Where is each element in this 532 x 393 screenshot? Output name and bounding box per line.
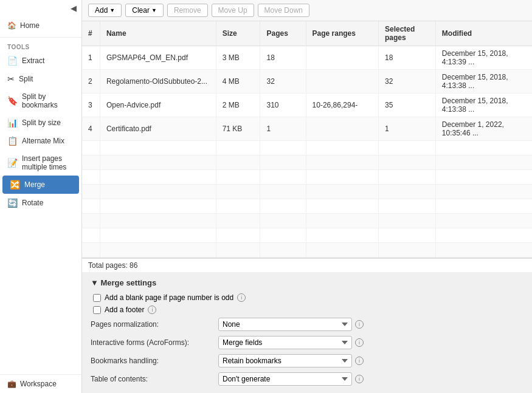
clear-button[interactable]: Clear ▼ bbox=[125, 4, 164, 17]
sidebar-item-home[interactable]: 🏠 Home bbox=[0, 16, 81, 35]
table-body: 1 GPSMAP64_OM_EN.pdf 3 MB 18 18 December… bbox=[82, 46, 532, 258]
table-row[interactable]: 2 Regolamento-OldSubbuteo-2... 4 MB 32 3… bbox=[82, 70, 532, 94]
cell-size: 3 MB bbox=[216, 46, 260, 70]
extract-label: Extract bbox=[22, 56, 44, 65]
sidebar-item-split-size[interactable]: 📊 Split by size bbox=[0, 114, 81, 132]
settings-panel: ▼ Merge settings Add a blank page if pag… bbox=[82, 272, 532, 393]
settings-label-toc: Table of contents: bbox=[91, 375, 218, 383]
settings-select-wrap-toc: Don't generateGenerate from bookmarksGen… bbox=[218, 372, 364, 386]
main-content: Add ▼ Clear ▼ Remove Move Up Move Down #… bbox=[82, 0, 532, 393]
sidebar-toggle[interactable]: ◀ bbox=[0, 0, 81, 16]
cell-selected: 32 bbox=[378, 70, 435, 94]
settings-label-pages-norm: Pages normalization: bbox=[91, 320, 218, 329]
sidebar-item-merge[interactable]: 🔀 Merge bbox=[2, 176, 79, 194]
sidebar-item-rotate[interactable]: 🔄 Rotate bbox=[0, 194, 81, 212]
settings-info-icon-interactive-forms[interactable]: i bbox=[355, 338, 364, 347]
split-size-icon: 📊 bbox=[7, 118, 18, 128]
col-header-modified: Modified bbox=[435, 21, 532, 46]
col-header-pages: Pages bbox=[260, 21, 306, 46]
blank-page-info-icon[interactable]: i bbox=[237, 293, 246, 302]
merge-icon: 🔀 bbox=[10, 180, 20, 190]
cell-ranges bbox=[306, 46, 378, 70]
clear-dropdown-arrow: ▼ bbox=[151, 7, 157, 13]
cell-num: 4 bbox=[82, 117, 100, 141]
home-label: Home bbox=[20, 21, 40, 30]
home-icon: 🏠 bbox=[7, 21, 16, 30]
cell-size: 2 MB bbox=[216, 94, 260, 117]
move-up-button[interactable]: Move Up bbox=[212, 4, 254, 17]
footer-info-icon[interactable]: i bbox=[148, 306, 156, 314]
cell-modified: December 15, 2018, 4:13:39 ... bbox=[435, 46, 532, 70]
sidebar: ◀ 🏠 Home TOOLS 📄 Extract ✂ Split 🔖 Split… bbox=[0, 0, 82, 393]
cell-name: Regolamento-OldSubbuteo-2... bbox=[100, 70, 216, 94]
sidebar-item-extract[interactable]: 📄 Extract bbox=[0, 52, 81, 70]
remove-button[interactable]: Remove bbox=[167, 4, 208, 17]
split-size-label: Split by size bbox=[22, 118, 61, 127]
toolbar: Add ▼ Clear ▼ Remove Move Up Move Down bbox=[82, 0, 532, 21]
table-header-row: # Name Size Pages Page ranges Selected p… bbox=[82, 21, 532, 46]
settings-row-bookmarks: Bookmarks handling:Retain bookmarksDisca… bbox=[91, 354, 523, 367]
cell-pages: 18 bbox=[260, 46, 306, 70]
footer-row: Add a footer i bbox=[91, 306, 523, 314]
cell-pages: 310 bbox=[260, 94, 306, 117]
cell-ranges: 10-26,86,294- bbox=[306, 94, 378, 117]
settings-select-toc[interactable]: Don't generateGenerate from bookmarksGen… bbox=[218, 372, 352, 386]
sidebar-item-split[interactable]: ✂ Split bbox=[0, 70, 81, 88]
settings-row-toc: Table of contents:Don't generateGenerate… bbox=[91, 372, 523, 386]
alternate-mix-label: Alternate Mix bbox=[22, 137, 64, 145]
cell-selected: 1 bbox=[378, 117, 435, 141]
table-row-empty bbox=[82, 228, 532, 243]
col-header-selected: Selected pages bbox=[378, 21, 435, 46]
cell-size: 4 MB bbox=[216, 70, 260, 94]
files-table-container: # Name Size Pages Page ranges Selected p… bbox=[82, 21, 532, 258]
settings-info-icon-bookmarks[interactable]: i bbox=[355, 357, 364, 365]
sidebar-item-insert-pages[interactable]: 📝 Insert pages multiple times bbox=[0, 150, 81, 176]
settings-label-bookmarks: Bookmarks handling: bbox=[91, 357, 218, 365]
add-button[interactable]: Add ▼ bbox=[88, 4, 122, 17]
settings-info-icon-toc[interactable]: i bbox=[355, 375, 364, 383]
table-row[interactable]: 3 Open-Advice.pdf 2 MB 310 10-26,86,294-… bbox=[82, 94, 532, 117]
cell-modified: December 15, 2018, 4:13:38 ... bbox=[435, 70, 532, 94]
cell-selected: 18 bbox=[378, 46, 435, 70]
settings-rows-container: Pages normalization:NoneNormalize to A4N… bbox=[91, 318, 523, 386]
split-icon: ✂ bbox=[7, 74, 15, 84]
workspace-label: Workspace bbox=[20, 380, 57, 388]
footer-checkbox[interactable] bbox=[93, 306, 101, 314]
sidebar-item-workspace[interactable]: 💼 Workspace bbox=[0, 374, 81, 393]
settings-select-bookmarks[interactable]: Retain bookmarksDiscard bookmarksCreate … bbox=[218, 354, 352, 367]
cell-num: 2 bbox=[82, 70, 100, 94]
blank-page-checkbox[interactable] bbox=[93, 294, 101, 302]
table-row[interactable]: 4 Certificato.pdf 71 KB 1 1 December 1, … bbox=[82, 117, 532, 141]
sidebar-item-split-bookmarks[interactable]: 🔖 Split by bookmarks bbox=[0, 88, 81, 114]
table-row-empty bbox=[82, 243, 532, 258]
split-bookmarks-icon: 🔖 bbox=[7, 96, 18, 106]
sidebar-item-alternate-mix[interactable]: 📋 Alternate Mix bbox=[0, 132, 81, 150]
settings-select-wrap-bookmarks: Retain bookmarksDiscard bookmarksCreate … bbox=[218, 354, 364, 367]
cell-selected: 35 bbox=[378, 94, 435, 117]
cell-size: 71 KB bbox=[216, 117, 260, 141]
alternate-mix-icon: 📋 bbox=[7, 136, 18, 146]
rotate-label: Rotate bbox=[22, 199, 43, 207]
settings-label-interactive-forms: Interactive forms (AcroForms): bbox=[91, 338, 218, 347]
col-header-ranges: Page ranges bbox=[306, 21, 378, 46]
move-down-button[interactable]: Move Down bbox=[258, 4, 309, 17]
settings-select-interactive-forms[interactable]: Merge fieldsFlatten fieldsDiscard forms bbox=[218, 336, 352, 349]
col-header-size: Size bbox=[216, 21, 260, 46]
cell-modified: December 15, 2018, 4:13:38 ... bbox=[435, 94, 532, 117]
add-dropdown-arrow: ▼ bbox=[109, 7, 115, 13]
rotate-icon: 🔄 bbox=[7, 198, 18, 208]
settings-select-pages-norm[interactable]: NoneNormalize to A4Normalize to Letter bbox=[218, 318, 352, 331]
footer-label: Add a footer bbox=[105, 306, 144, 314]
blank-page-row: Add a blank page if page number is odd i bbox=[91, 293, 523, 302]
table-row-empty bbox=[82, 155, 532, 170]
cell-name: GPSMAP64_OM_EN.pdf bbox=[100, 46, 216, 70]
settings-info-icon-pages-norm[interactable]: i bbox=[355, 320, 364, 329]
files-table: # Name Size Pages Page ranges Selected p… bbox=[82, 21, 532, 258]
cell-ranges bbox=[306, 70, 378, 94]
total-pages-label: Total pages: 86 bbox=[88, 261, 137, 270]
insert-pages-label: Insert pages multiple times bbox=[22, 154, 74, 171]
tools-section-label: TOOLS bbox=[0, 40, 81, 52]
table-row[interactable]: 1 GPSMAP64_OM_EN.pdf 3 MB 18 18 December… bbox=[82, 46, 532, 70]
cell-num: 1 bbox=[82, 46, 100, 70]
insert-pages-icon: 📝 bbox=[7, 158, 18, 168]
